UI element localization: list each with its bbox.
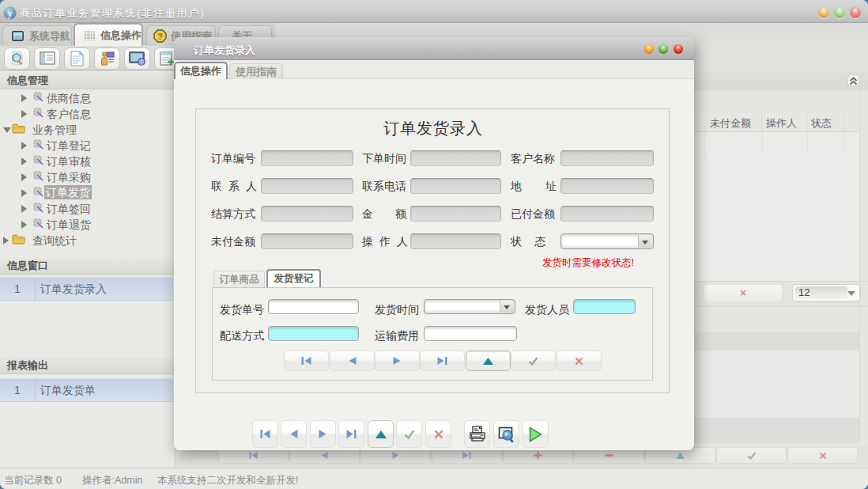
svg-text:y: y bbox=[8, 8, 13, 19]
svg-text:?: ? bbox=[157, 32, 162, 41]
